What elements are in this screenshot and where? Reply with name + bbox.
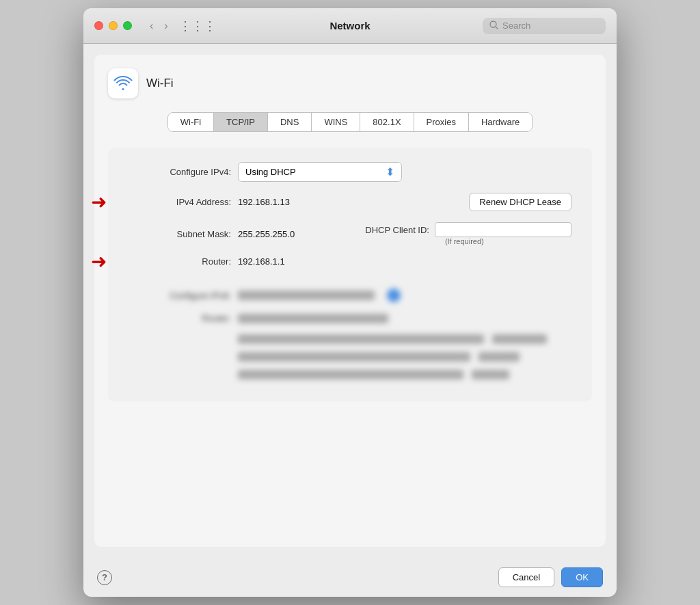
form-area: Configure IPv4: Using DHCP ⬍ ➜ IPv4 Addr… [108, 148, 592, 401]
ipv4-address-label: IPv4 Address: [129, 197, 238, 207]
cancel-button[interactable]: Cancel [498, 567, 554, 587]
traffic-lights [94, 21, 132, 30]
blur-block-2a [238, 352, 470, 362]
tabs-bar: Wi-Fi TCP/IP DNS WINS 802.1X Proxies Har… [167, 112, 533, 132]
subnet-mask-value: 255.255.255.0 [238, 229, 295, 239]
router-value: 192.168.1.1 [238, 256, 285, 267]
blurred-extra [129, 334, 571, 379]
subnet-mask-row: Subnet Mask: 255.255.255.0 DHCP Client I… [129, 222, 571, 245]
ipv4-address-row: ➜ IPv4 Address: 192.168.1.13 Renew DHCP … [129, 193, 571, 211]
spacer [129, 278, 571, 288]
dhcp-client-id-area: DHCP Client ID: (If required) [365, 222, 571, 245]
ipv4-address-value: 192.168.1.13 [238, 197, 290, 207]
main-window: ‹ › ⋮⋮⋮ Network Search [83, 8, 617, 597]
dhcp-select-value: Using DHCP [245, 167, 296, 177]
arrow-ipv4: ➜ [91, 191, 107, 213]
blurred-row-2 [238, 352, 571, 362]
red-arrow-router: ➜ [91, 250, 107, 273]
blurred-row-1 [238, 334, 571, 344]
nav-buttons: ‹ › [146, 18, 172, 33]
router-row: ➜ Router: 192.168.1.1 [129, 256, 571, 267]
red-arrow-ipv4: ➜ [91, 191, 107, 213]
configure-ipv4-label: Configure IPv4: [129, 167, 238, 177]
dhcp-client-id-label: DHCP Client ID: [365, 225, 429, 235]
dhcp-client-id-input[interactable] [435, 222, 571, 237]
ipv6-router-row: Router: [129, 313, 571, 323]
maximize-button[interactable] [123, 21, 132, 30]
titlebar: ‹ › ⋮⋮⋮ Network Search [83, 8, 617, 44]
back-button[interactable]: ‹ [146, 18, 157, 33]
action-buttons: Cancel OK [498, 567, 603, 587]
blur-block-3a [238, 370, 463, 379]
configure-ipv6-label: Configure IPv6: [129, 291, 238, 301]
tab-tcpip[interactable]: TCP/IP [214, 113, 268, 131]
wifi-header: Wi-Fi [108, 68, 592, 98]
tab-dns[interactable]: DNS [268, 113, 312, 131]
configure-ipv6-content [238, 288, 401, 302]
configure-ipv4-row: Configure IPv4: Using DHCP ⬍ [129, 162, 571, 182]
close-button[interactable] [94, 21, 103, 30]
content-area: Wi-Fi Wi-Fi TCP/IP DNS WINS 802.1X Proxi… [94, 55, 606, 547]
blur-block-1b [492, 334, 547, 344]
stepper-icon: ⬍ [386, 165, 394, 178]
arrow-router: ➜ [91, 250, 107, 273]
wifi-label: Wi-Fi [146, 77, 174, 90]
ok-button[interactable]: OK [561, 567, 603, 587]
bottom-bar: ? Cancel OK [83, 558, 617, 597]
blur-block-2b [479, 352, 520, 362]
if-required-hint: (If required) [365, 237, 502, 245]
subnet-mask-label: Subnet Mask: [129, 229, 238, 239]
ipv6-config-blur [238, 291, 375, 300]
tab-wins[interactable]: WINS [312, 113, 360, 131]
search-box[interactable]: Search [483, 18, 606, 34]
search-placeholder: Search [502, 21, 530, 31]
help-button[interactable]: ? [97, 570, 112, 585]
renew-dhcp-area: Renew DHCP Lease [469, 193, 571, 211]
router-label: Router: [129, 256, 238, 267]
svg-line-1 [496, 27, 498, 29]
window-title: Network [329, 20, 370, 31]
configure-ipv6-row: Configure IPv6: [129, 288, 571, 302]
blur-block-3b [472, 370, 509, 379]
tab-hardware[interactable]: Hardware [469, 113, 532, 131]
blur-block-1a [238, 334, 484, 344]
grid-icon[interactable]: ⋮⋮⋮ [179, 18, 216, 33]
blurred-row-3 [238, 370, 571, 379]
ipv6-router-label: Router: [129, 313, 238, 323]
ipv6-toggle-blur [387, 288, 401, 302]
wifi-symbol [113, 76, 133, 91]
tab-wifi[interactable]: Wi-Fi [168, 113, 214, 131]
dhcp-client-id-row: DHCP Client ID: [365, 222, 571, 237]
forward-button[interactable]: › [160, 18, 172, 33]
wifi-icon [108, 68, 138, 98]
renew-dhcp-button[interactable]: Renew DHCP Lease [469, 193, 571, 211]
tab-proxies[interactable]: Proxies [414, 113, 469, 131]
tab-802x[interactable]: 802.1X [360, 113, 414, 131]
ipv6-router-blur [238, 314, 388, 323]
minimize-button[interactable] [109, 21, 118, 30]
search-icon [489, 21, 498, 31]
configure-ipv4-select[interactable]: Using DHCP ⬍ [238, 162, 402, 182]
